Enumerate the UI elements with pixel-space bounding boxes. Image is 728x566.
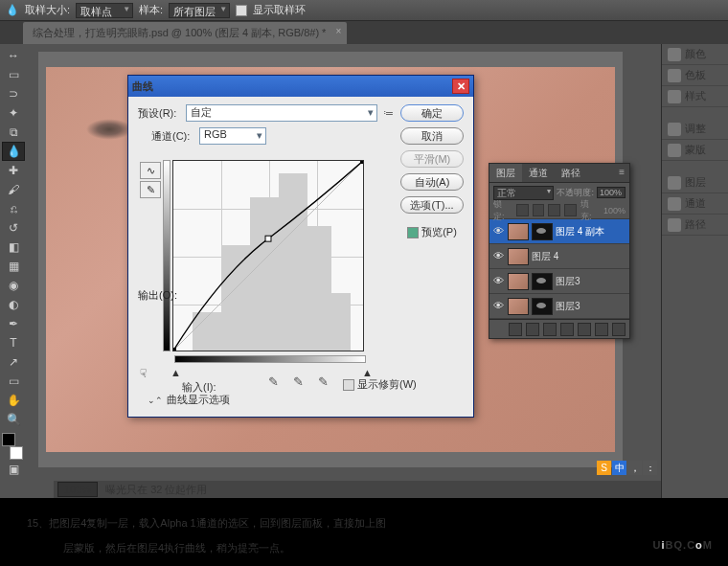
options-button[interactable]: 选项(T)... — [400, 196, 464, 214]
layer-thumbnail[interactable] — [508, 248, 529, 265]
dialog-titlebar[interactable]: 曲线 ✕ — [128, 76, 473, 97]
panel-menu-icon[interactable]: ≡ — [614, 164, 629, 182]
color-swatches[interactable] — [2, 433, 25, 460]
visibility-icon[interactable]: 👁 — [491, 300, 505, 313]
adjustment-icon[interactable] — [560, 323, 574, 336]
ime-indicator[interactable]: S 中 ， ： — [597, 461, 657, 475]
gray-eyedropper-icon[interactable]: ✎ — [293, 374, 308, 390]
panel-paths[interactable]: 路径 — [662, 215, 728, 236]
ok-button[interactable]: 确定 — [400, 104, 464, 122]
lasso-tool[interactable]: ⊃ — [2, 84, 25, 103]
dodge-tool[interactable]: ◐ — [2, 295, 25, 314]
quickmask-tool[interactable]: ▣ — [2, 460, 25, 479]
eraser-tool[interactable]: ◧ — [2, 238, 25, 257]
visibility-icon[interactable]: 👁 — [491, 225, 505, 238]
type-tool[interactable]: T — [2, 333, 25, 352]
lock-position-icon[interactable] — [548, 204, 560, 216]
trash-icon[interactable] — [612, 323, 626, 336]
pen-tool[interactable]: ✒ — [2, 314, 25, 333]
panel-color[interactable]: 颜色 — [662, 44, 728, 65]
black-eyedropper-icon[interactable]: ✎ — [268, 374, 284, 390]
lock-transparency-icon[interactable] — [516, 204, 529, 216]
path-tool[interactable]: ↗ — [2, 352, 25, 372]
eyedropper-tool[interactable]: 💧 — [2, 142, 25, 161]
white-point-slider[interactable]: ▲ — [362, 367, 374, 374]
background-color[interactable] — [10, 446, 23, 460]
shape-tool[interactable]: ▭ — [2, 372, 25, 391]
layer-row[interactable]: 👁 图层3 — [489, 269, 629, 294]
mask-thumbnail[interactable] — [532, 273, 553, 290]
layer-thumbnail[interactable] — [508, 223, 529, 240]
preset-select[interactable]: 自定 — [186, 104, 377, 122]
layer-name[interactable]: 图层3 — [556, 275, 627, 288]
group-icon[interactable] — [578, 323, 591, 336]
lock-pixels-icon[interactable] — [533, 204, 545, 216]
foreground-color[interactable] — [2, 433, 15, 446]
draw-curve-tool[interactable]: ✎ — [140, 181, 161, 198]
preview-checkbox[interactable] — [407, 227, 419, 238]
cancel-button[interactable]: 取消 — [400, 127, 464, 145]
smooth-button[interactable]: 平滑(M) — [400, 150, 464, 168]
show-ring-checkbox[interactable] — [236, 5, 247, 16]
move-tool[interactable]: ↔ — [2, 46, 25, 65]
close-icon[interactable]: × — [336, 26, 342, 36]
panel-styles[interactable]: 样式 — [662, 86, 728, 107]
mask-thumbnail[interactable] — [532, 298, 553, 315]
sample-scope-select[interactable]: 所有图层 — [169, 3, 230, 18]
display-options-toggle[interactable]: ⌄⌃ 曲线显示选项 — [148, 393, 230, 407]
layer-row[interactable]: 👁 图层3 — [489, 294, 629, 319]
channel-select[interactable]: RGB — [199, 127, 266, 145]
opacity-value[interactable]: 100% — [597, 187, 626, 198]
layer-name[interactable]: 图层3 — [556, 300, 627, 313]
wand-tool[interactable]: ✦ — [2, 103, 25, 123]
visibility-icon[interactable]: 👁 — [491, 275, 505, 288]
hand-tool[interactable]: ✋ — [2, 391, 25, 410]
hand-icon[interactable]: ☟ — [140, 367, 147, 380]
panel-swatches[interactable]: 色板 — [662, 65, 728, 86]
document-tab[interactable]: 综合处理，打造明亮眼睛.psd @ 100% (图层 4 副本, RGB/8#)… — [23, 22, 347, 44]
layer-thumbnail[interactable] — [508, 273, 529, 290]
marquee-tool[interactable]: ▭ — [2, 65, 25, 84]
close-button[interactable]: ✕ — [452, 79, 469, 94]
link-icon[interactable] — [509, 323, 522, 336]
brush-tool[interactable]: 🖌 — [2, 180, 25, 199]
preset-menu-icon[interactable]: ≔ — [383, 107, 394, 120]
crop-tool[interactable]: ⧉ — [2, 123, 25, 142]
new-layer-icon[interactable] — [595, 323, 608, 336]
layer-name[interactable]: 图层 4 — [532, 250, 627, 263]
layer-row[interactable]: 👁 图层 4 — [489, 244, 629, 269]
layer-name[interactable]: 图层 4 副本 — [556, 225, 627, 238]
panel-adjustments[interactable]: 调整 — [662, 119, 728, 140]
curve-grid[interactable] — [172, 160, 364, 351]
visibility-icon[interactable]: 👁 — [491, 250, 505, 263]
mask-thumbnail[interactable] — [532, 223, 553, 240]
fill-value[interactable]: 100% — [603, 206, 626, 215]
layer-thumbnail[interactable] — [508, 298, 529, 315]
fx-icon[interactable] — [526, 323, 539, 336]
panel-channels[interactable]: 通道 — [662, 193, 728, 215]
heal-tool[interactable]: ✚ — [2, 161, 25, 180]
show-clipping-checkbox[interactable] — [343, 379, 354, 391]
tab-layers[interactable]: 图层 — [489, 164, 522, 182]
blur-tool[interactable]: ◉ — [2, 276, 25, 295]
history-brush-tool[interactable]: ↺ — [2, 218, 25, 238]
panel-layers[interactable]: 图层 — [662, 172, 728, 193]
zoom-level[interactable]: 100% — [57, 482, 98, 497]
mask-icon[interactable] — [543, 323, 557, 336]
channels-icon — [668, 197, 681, 211]
panel-masks[interactable]: 蒙版 — [662, 140, 728, 161]
sample-size-select[interactable]: 取样点 — [76, 3, 133, 18]
stamp-tool[interactable]: ⎌ — [2, 199, 25, 218]
lock-all-icon[interactable] — [564, 204, 577, 216]
tab-paths[interactable]: 路径 — [555, 164, 587, 182]
zoom-tool[interactable]: 🔍 — [2, 410, 25, 429]
layer-row[interactable]: 👁 图层 4 副本 — [489, 219, 629, 244]
curve-line[interactable] — [173, 161, 363, 351]
white-eyedropper-icon[interactable]: ✎ — [318, 374, 333, 390]
point-curve-tool[interactable]: ∿ — [140, 162, 161, 179]
black-point-slider[interactable]: ▲ — [171, 367, 182, 374]
gradient-tool[interactable]: ▦ — [2, 257, 25, 276]
tab-channels[interactable]: 通道 — [522, 164, 555, 182]
auto-button[interactable]: 自动(A) — [400, 173, 464, 191]
blend-mode-select[interactable]: 正常 — [493, 186, 554, 200]
